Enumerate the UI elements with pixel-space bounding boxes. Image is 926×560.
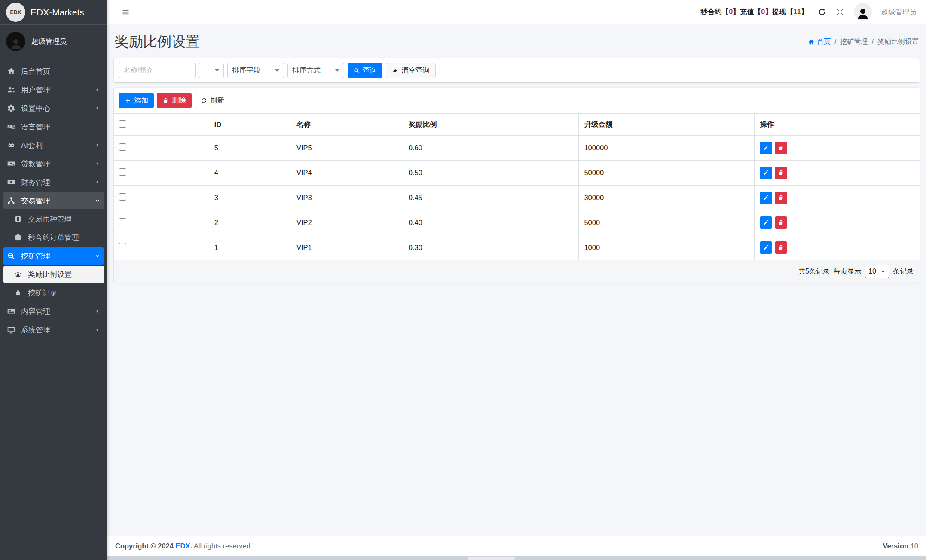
row-delete-button[interactable] <box>775 142 787 154</box>
keyword-field-select[interactable] <box>199 63 224 78</box>
edit-button[interactable] <box>760 241 772 254</box>
search-button-label: 查询 <box>363 66 377 75</box>
sidebar-item-dashboard[interactable]: 后台首页 <box>3 63 104 80</box>
sidebar-item-system[interactable]: 系统管理 <box>3 321 104 338</box>
gear-icon <box>7 104 21 113</box>
chevron-left-icon <box>95 105 101 111</box>
row-checkbox[interactable] <box>119 168 126 176</box>
edit-button[interactable] <box>760 142 772 154</box>
pencil-icon <box>763 170 769 176</box>
sidebar-item-label: 用户管理 <box>21 85 50 95</box>
search-button[interactable]: 查询 <box>348 63 382 78</box>
cell-name: VIP2 <box>291 210 403 235</box>
row-checkbox[interactable] <box>119 143 126 151</box>
cell-ratio: 0.30 <box>403 235 579 260</box>
sort-order-label: 排序方式 <box>292 66 321 75</box>
refresh-button[interactable]: 刷新 <box>195 93 230 108</box>
col-header-actions: 操作 <box>755 114 920 136</box>
trash-icon <box>778 170 784 176</box>
row-delete-button[interactable] <box>775 241 787 254</box>
chevron-down-icon <box>880 269 886 274</box>
chevron-left-icon <box>95 87 101 93</box>
edit-button[interactable] <box>760 167 772 179</box>
table-header-row: ID 名称 奖励比例 升级金额 操作 <box>114 114 920 136</box>
topbar-avatar[interactable] <box>854 3 872 21</box>
sidebar-item-ai-arbitrage[interactable]: AI套利 <box>3 137 104 154</box>
row-checkbox[interactable] <box>119 193 126 201</box>
footer-brand-link[interactable]: EDX. <box>176 542 193 550</box>
language-icon <box>7 122 21 131</box>
cell-name: VIP1 <box>291 235 403 260</box>
brand-name: EDX-Markets <box>31 7 84 18</box>
hexagon-icon <box>14 233 28 242</box>
sidebar-item-label: 交易管理 <box>21 196 50 206</box>
edit-button[interactable] <box>760 192 772 204</box>
per-page-suffix: 条记录 <box>893 267 914 276</box>
cell-amount: 1000 <box>579 235 755 260</box>
sort-field-select[interactable]: 排序字段 <box>227 63 284 78</box>
select-all-checkbox[interactable] <box>119 120 126 128</box>
add-button[interactable]: 添加 <box>119 93 154 108</box>
trash-icon <box>778 244 784 251</box>
counter-text: 秒合约【 <box>700 8 729 15</box>
sidebar-user-panel[interactable]: 超级管理员 <box>0 25 107 58</box>
breadcrumb-home-link[interactable]: 首页 <box>808 37 831 46</box>
row-delete-button[interactable] <box>775 167 787 179</box>
horizontal-scrollbar[interactable] <box>107 556 926 560</box>
page-size-select[interactable]: 10 <box>865 265 889 278</box>
pending-counters[interactable]: 秒合约【0】充值【0】提现【11】 <box>700 7 808 17</box>
sidebar-item-label: 内容管理 <box>21 307 50 317</box>
search-icon <box>353 67 360 74</box>
sidebar-item-mining[interactable]: 挖矿管理 <box>3 247 104 265</box>
sidebar-item-language[interactable]: 语言管理 <box>3 118 104 135</box>
edit-button[interactable] <box>760 216 772 229</box>
refresh-icon[interactable] <box>818 8 826 16</box>
sidebar-item-trade[interactable]: 交易管理 <box>3 192 104 209</box>
row-delete-button[interactable] <box>775 192 787 204</box>
sidebar-item-content[interactable]: 内容管理 <box>3 303 104 320</box>
row-delete-button[interactable] <box>775 216 787 229</box>
sidebar-item-contract-orders[interactable]: 秒合约订单管理 <box>3 229 104 246</box>
table-row: 2 VIP2 0.40 5000 <box>114 210 920 235</box>
sort-field-label: 排序字段 <box>232 66 260 75</box>
sidebar-item-label: 语言管理 <box>21 122 50 132</box>
sidebar-item-users[interactable]: 用户管理 <box>3 81 104 98</box>
scrollbar-thumb[interactable] <box>468 557 515 560</box>
sidebar-item-reward-ratio[interactable]: 奖励比例设置 <box>3 266 104 283</box>
row-checkbox[interactable] <box>119 243 126 250</box>
delete-button-label: 删除 <box>172 96 186 105</box>
cell-amount: 5000 <box>579 210 755 235</box>
sidebar-item-finance[interactable]: 财务管理 <box>3 173 104 191</box>
sidebar-item-loans[interactable]: 贷款管理 <box>3 155 104 172</box>
sidebar-item-settings[interactable]: 设置中心 <box>3 100 104 117</box>
sidebar-item-label: 交易币种管理 <box>28 214 72 224</box>
network-nodes-icon <box>7 196 21 205</box>
sidebar-item-mining-records[interactable]: 挖矿记录 <box>3 284 104 301</box>
copyright-year: Copyright © 2024 <box>115 542 174 550</box>
sidebar-toggle-button[interactable] <box>119 6 132 18</box>
sort-order-select[interactable]: 排序方式 <box>287 63 344 78</box>
breadcrumb-level1: 挖矿管理 <box>840 37 868 46</box>
keyword-input[interactable] <box>119 63 196 78</box>
sidebar-item-label: 挖矿管理 <box>21 251 50 261</box>
caret-down-icon <box>215 69 219 72</box>
row-checkbox[interactable] <box>119 218 126 225</box>
sidebar-item-label: AI套利 <box>21 140 43 150</box>
sidebar-item-label: 系统管理 <box>21 325 50 335</box>
brand[interactable]: EDX EDX-Markets <box>0 0 107 25</box>
robot-icon <box>7 141 21 149</box>
sidebar-item-label: 贷款管理 <box>21 159 50 169</box>
delete-button[interactable]: 删除 <box>157 93 192 108</box>
main-area: 秒合约【0】充值【0】提现【11】 超级管理员 奖励比例设置 首页 / 挖矿管理… <box>107 0 926 560</box>
withdraw-count: 11 <box>794 8 801 15</box>
sidebar-item-label: 后台首页 <box>21 67 50 76</box>
droplet-icon <box>14 289 28 297</box>
money-bill-icon <box>7 159 21 168</box>
fullscreen-expand-icon[interactable] <box>836 8 844 16</box>
sidebar-item-trade-coins[interactable]: 交易币种管理 <box>3 210 104 228</box>
cell-name: VIP5 <box>291 136 403 161</box>
trash-icon <box>778 219 784 226</box>
clear-search-button[interactable]: 清空查询 <box>386 63 436 78</box>
plus-icon <box>125 97 131 104</box>
version-value: 10 <box>911 542 918 550</box>
